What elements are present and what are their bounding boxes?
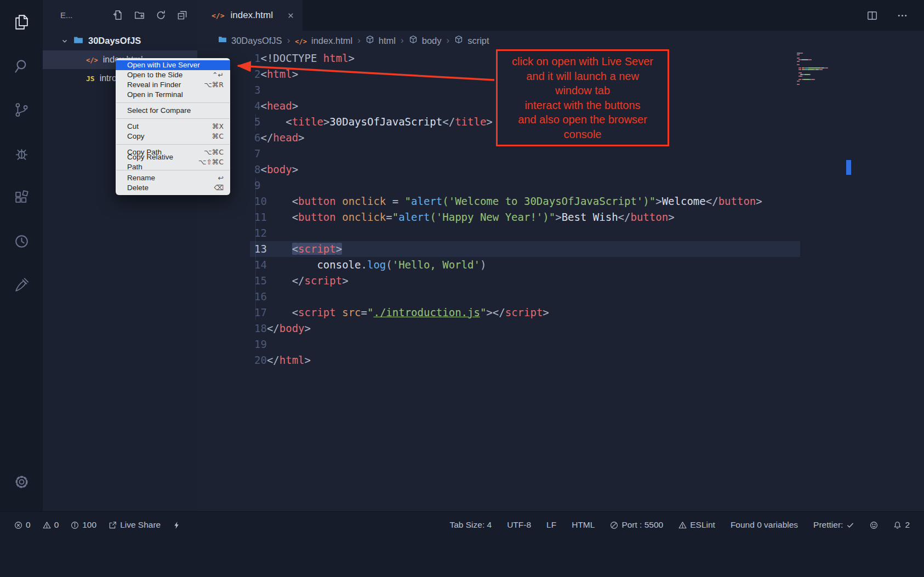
split-editor-icon[interactable] [866,9,879,22]
breadcrumb-separator: › [287,35,290,46]
js-file-icon: JS [86,73,95,83]
status-item-lightning-icon[interactable] [173,521,181,529]
menu-item-open-to-the-side[interactable]: Open to the Side⌃↵ [116,70,230,80]
menu-item-select-for-compare[interactable]: Select for Compare [116,106,230,116]
lightning-icon [173,521,181,529]
code-line-11[interactable]: 11 <button onclick="alert('Happy New Yea… [197,209,924,225]
status-item-100[interactable]: 100 [71,520,96,530]
line-number[interactable]: 11 [254,211,267,223]
menu-item-open-with-live-server[interactable]: Open with Live Server [116,60,230,70]
refresh-icon[interactable] [156,10,166,20]
chevron-down-icon [61,37,69,45]
code-line-13[interactable]: 13 <script> [197,241,924,257]
warning-icon [43,521,51,529]
breadcrumb-separator: › [446,35,449,46]
line-number[interactable]: 20 [254,354,267,366]
line-number[interactable]: 14 [254,259,267,271]
code-line-10[interactable]: 10 <button onclick = "alert('Welcome to … [197,193,924,209]
breadcrumb-item-html[interactable]: html [366,35,396,46]
code-line-19[interactable]: 19 [197,336,924,352]
breadcrumb-separator: › [401,35,404,46]
line-number[interactable]: 16 [254,290,267,302]
line-number[interactable]: 7 [254,147,260,159]
status-item-utf-8[interactable]: UTF-8 [507,520,531,530]
line-number[interactable]: 10 [254,195,267,207]
explorer-icon[interactable] [0,0,43,44]
menu-item-label: Delete [127,183,149,193]
status-item-tab-size-4[interactable]: Tab Size: 4 [449,520,492,530]
line-number[interactable]: 13 [254,243,267,255]
code-line-8[interactable]: 8<body> [197,162,924,178]
line-number[interactable]: 8 [254,163,260,175]
status-label: 100 [82,520,96,530]
collapse-all-icon[interactable] [177,10,187,20]
status-item-eslint[interactable]: ESLint [678,520,715,530]
menu-item-reveal-in-finder[interactable]: Reveal in Finder⌥⌘R [116,80,230,90]
line-number[interactable]: 15 [254,275,267,287]
menu-item-rename[interactable]: Rename↩ [116,173,230,183]
more-actions-icon[interactable] [896,9,909,22]
breadcrumb-item-script[interactable]: script [454,35,489,46]
code-line-20[interactable]: 20</html> [197,352,924,368]
search-icon[interactable] [0,44,43,88]
close-icon[interactable] [287,12,295,20]
extensions-icon[interactable] [0,175,43,219]
line-number[interactable]: 12 [254,227,267,239]
status-item-found-0-variables[interactable]: Found 0 variables [731,520,798,530]
status-item-prettier[interactable]: Prettier: [813,520,854,530]
code-line-16[interactable]: 16 [197,289,924,305]
menu-item-copy-relative-path[interactable]: Copy Relative Path⌥⇧⌘C [116,157,230,167]
code-line-17[interactable]: 17 <script src="./introduction.js"></scr… [197,305,924,321]
line-number[interactable]: 1 [254,52,260,64]
status-item-live-share[interactable]: Live Share [109,520,161,530]
code-line-7[interactable]: 7 [197,146,924,162]
menu-item-copy[interactable]: Copy⌘C [116,132,230,141]
line-number[interactable]: 6 [254,132,260,144]
menu-item-label: Select for Compare [127,106,191,116]
status-item-0[interactable]: 0 [43,520,59,530]
code-line-18[interactable]: 18</body> [197,321,924,336]
debug-icon[interactable] [0,132,43,175]
code-line-12[interactable]: 12 [197,225,924,241]
line-number[interactable]: 2 [254,68,260,80]
source-control-icon[interactable] [0,88,43,132]
status-item-port-5500[interactable]: Port : 5500 [610,520,663,530]
status-label: HTML [572,520,595,530]
breadcrumb-item-index-html[interactable]: </>index.html [295,36,352,46]
annotation-line: console [500,127,665,142]
line-number[interactable]: 17 [254,306,267,318]
breadcrumb-separator: › [357,35,361,46]
indent-guide [255,178,256,321]
breadcrumb-item-30daysofjs[interactable]: 30DaysOfJS [218,35,282,46]
new-folder-icon[interactable] [134,10,145,20]
remote-explorer-icon[interactable] [0,219,43,263]
new-file-icon[interactable] [113,10,123,20]
folder-row-30daysofjs[interactable]: 30DaysOfJS [43,32,197,50]
menu-item-cut[interactable]: Cut⌘X [116,122,230,132]
breadcrumb-item-body[interactable]: body [409,35,442,46]
status-item-smiley-icon[interactable] [870,521,878,529]
vscode-window: E... 30DaysOfJS </>index.htmlJSintroduct… [0,0,924,577]
line-number[interactable]: 19 [254,338,267,350]
status-label: ESLint [690,520,715,530]
code-line-15[interactable]: 15 </script> [197,273,924,289]
feedback-icon[interactable] [0,263,43,307]
annotation-box: click on open with Live Severand it will… [496,49,669,146]
line-number[interactable]: 4 [254,100,260,112]
tab-index-html[interactable]: </> index.html [197,0,303,31]
status-item-0[interactable]: 0 [14,520,31,530]
info-circle-icon [71,521,79,529]
status-item-lf[interactable]: LF [546,520,556,530]
settings-gear-icon[interactable] [0,460,43,504]
menu-item-open-in-terminal[interactable]: Open in Terminal [116,90,230,100]
status-item-html[interactable]: HTML [572,520,595,530]
line-number[interactable]: 3 [254,84,260,96]
html-file-icon: </> [295,36,307,46]
code-line-14[interactable]: 14 console.log('Hello, World') [197,257,924,273]
minimap[interactable] [797,53,847,85]
code-line-9[interactable]: 9 [197,178,924,193]
menu-item-delete[interactable]: Delete⌫ [116,183,230,193]
status-item-2[interactable]: 2 [893,520,910,530]
menu-item-shortcut: ⌥⌘R [194,80,224,90]
line-number[interactable]: 18 [254,322,267,334]
